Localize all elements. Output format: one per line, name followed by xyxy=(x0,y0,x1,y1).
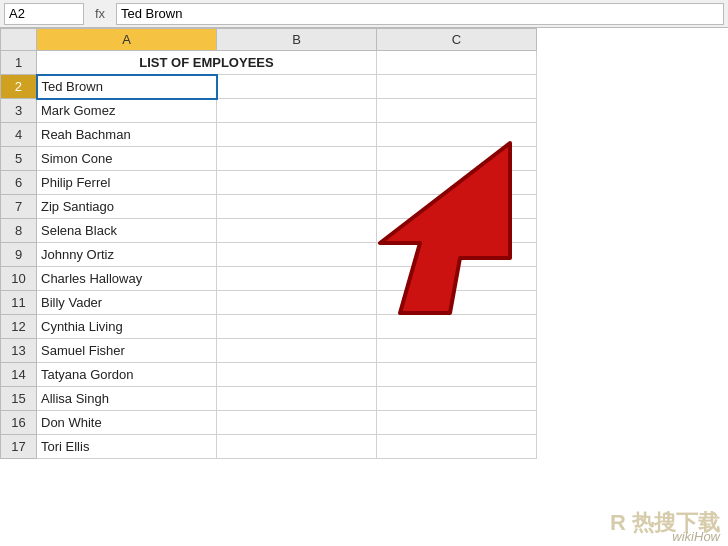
cell-a16[interactable]: Don White xyxy=(37,411,217,435)
cell-c9[interactable] xyxy=(377,243,537,267)
cell-b11[interactable] xyxy=(217,291,377,315)
cell-a14[interactable]: Tatyana Gordon xyxy=(37,363,217,387)
row-number: 13 xyxy=(1,339,37,363)
table-row[interactable]: 4Reah Bachman xyxy=(1,123,537,147)
cell-b2[interactable] xyxy=(217,75,377,99)
cell-c2[interactable] xyxy=(377,75,537,99)
table-row[interactable]: 10Charles Halloway xyxy=(1,267,537,291)
cell-b3[interactable] xyxy=(217,99,377,123)
table-row[interactable]: 3Mark Gomez xyxy=(1,99,537,123)
cell-b10[interactable] xyxy=(217,267,377,291)
row-number: 7 xyxy=(1,195,37,219)
cell-c16[interactable] xyxy=(377,411,537,435)
row-number: 12 xyxy=(1,315,37,339)
cell-c11[interactable] xyxy=(377,291,537,315)
table-row[interactable]: 6Philip Ferrel xyxy=(1,171,537,195)
cell-b5[interactable] xyxy=(217,147,377,171)
table-row[interactable]: 8Selena Black xyxy=(1,219,537,243)
table-row[interactable]: 16Don White xyxy=(1,411,537,435)
cell-b17[interactable] xyxy=(217,435,377,459)
row-number: 1 xyxy=(1,51,37,75)
cell-c13[interactable] xyxy=(377,339,537,363)
cell-b8[interactable] xyxy=(217,219,377,243)
cell-c1[interactable] xyxy=(377,51,537,75)
cell-c3[interactable] xyxy=(377,99,537,123)
formula-bar: A2 fx Ted Brown xyxy=(0,0,728,28)
row-number: 4 xyxy=(1,123,37,147)
cell-b16[interactable] xyxy=(217,411,377,435)
cell-a13[interactable]: Samuel Fisher xyxy=(37,339,217,363)
cell-a9[interactable]: Johnny Ortiz xyxy=(37,243,217,267)
cell-c14[interactable] xyxy=(377,363,537,387)
cell-ref-value: A2 xyxy=(9,6,25,21)
table-row[interactable]: 12Cynthia Living xyxy=(1,315,537,339)
table-row[interactable]: 15Allisa Singh xyxy=(1,387,537,411)
cell-c4[interactable] xyxy=(377,123,537,147)
spreadsheet: A B C 1LIST OF EMPLOYEES2Ted Brown3Mark … xyxy=(0,28,728,459)
col-a-header[interactable]: A xyxy=(37,29,217,51)
watermark-chinese: R 热搜下载 xyxy=(610,508,720,538)
cell-a12[interactable]: Cynthia Living xyxy=(37,315,217,339)
cell-c7[interactable] xyxy=(377,195,537,219)
cell-c8[interactable] xyxy=(377,219,537,243)
cell-a8[interactable]: Selena Black xyxy=(37,219,217,243)
row-number: 11 xyxy=(1,291,37,315)
cell-a3[interactable]: Mark Gomez xyxy=(37,99,217,123)
table-row[interactable]: 5Simon Cone xyxy=(1,147,537,171)
cell-a7[interactable]: Zip Santiago xyxy=(37,195,217,219)
col-c-header[interactable]: C xyxy=(377,29,537,51)
row-number: 15 xyxy=(1,387,37,411)
cell-c17[interactable] xyxy=(377,435,537,459)
cell-a2[interactable]: Ted Brown xyxy=(37,75,217,99)
table-row[interactable]: 1LIST OF EMPLOYEES xyxy=(1,51,537,75)
cell-a15[interactable]: Allisa Singh xyxy=(37,387,217,411)
formula-value: Ted Brown xyxy=(121,6,182,21)
cell-c5[interactable] xyxy=(377,147,537,171)
cell-b14[interactable] xyxy=(217,363,377,387)
cell-c12[interactable] xyxy=(377,315,537,339)
row-number: 3 xyxy=(1,99,37,123)
row-number: 9 xyxy=(1,243,37,267)
formula-value-box[interactable]: Ted Brown xyxy=(116,3,724,25)
table-row[interactable]: 9Johnny Ortiz xyxy=(1,243,537,267)
row-number: 8 xyxy=(1,219,37,243)
table-row[interactable]: 2Ted Brown xyxy=(1,75,537,99)
cell-b9[interactable] xyxy=(217,243,377,267)
fx-icon: fx xyxy=(88,6,112,21)
cell-b12[interactable] xyxy=(217,315,377,339)
cell-a1[interactable]: LIST OF EMPLOYEES xyxy=(37,51,377,75)
row-number: 5 xyxy=(1,147,37,171)
col-b-header[interactable]: B xyxy=(217,29,377,51)
cell-c6[interactable] xyxy=(377,171,537,195)
cell-reference-box[interactable]: A2 xyxy=(4,3,84,25)
cell-b7[interactable] xyxy=(217,195,377,219)
table-row[interactable]: 7Zip Santiago xyxy=(1,195,537,219)
corner-header xyxy=(1,29,37,51)
row-number: 14 xyxy=(1,363,37,387)
table-row[interactable]: 14Tatyana Gordon xyxy=(1,363,537,387)
table-row[interactable]: 13Samuel Fisher xyxy=(1,339,537,363)
cell-c15[interactable] xyxy=(377,387,537,411)
row-number: 17 xyxy=(1,435,37,459)
cell-c10[interactable] xyxy=(377,267,537,291)
cell-a4[interactable]: Reah Bachman xyxy=(37,123,217,147)
row-number: 6 xyxy=(1,171,37,195)
cell-a5[interactable]: Simon Cone xyxy=(37,147,217,171)
table-row[interactable]: 11Billy Vader xyxy=(1,291,537,315)
row-number: 2 xyxy=(1,75,37,99)
cell-a10[interactable]: Charles Halloway xyxy=(37,267,217,291)
column-headers: A B C xyxy=(1,29,537,51)
table-row[interactable]: 17Tori Ellis xyxy=(1,435,537,459)
cell-b6[interactable] xyxy=(217,171,377,195)
cell-a6[interactable]: Philip Ferrel xyxy=(37,171,217,195)
watermark-wikihow: wikiHow xyxy=(672,529,720,544)
cell-b4[interactable] xyxy=(217,123,377,147)
cell-a17[interactable]: Tori Ellis xyxy=(37,435,217,459)
cell-b13[interactable] xyxy=(217,339,377,363)
row-number: 16 xyxy=(1,411,37,435)
cell-b15[interactable] xyxy=(217,387,377,411)
row-number: 10 xyxy=(1,267,37,291)
cell-a11[interactable]: Billy Vader xyxy=(37,291,217,315)
